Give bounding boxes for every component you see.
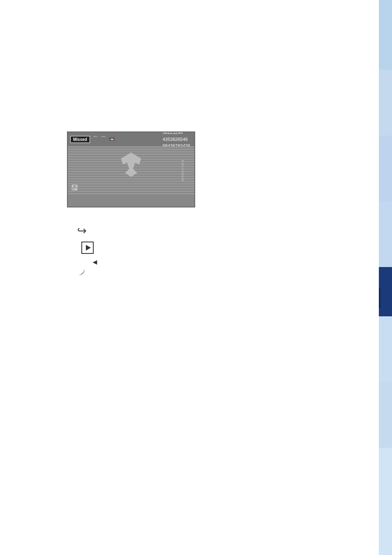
- svg-marker-0: [121, 152, 141, 177]
- screen-body: EJ315490HW 🖫: [68, 146, 194, 196]
- sidebar-tab-2[interactable]: [379, 70, 392, 136]
- call-icon-2: ⌒: [101, 136, 106, 143]
- sidebar-tab-6[interactable]: [379, 316, 392, 382]
- back-arrow-icon[interactable]: ◄: [91, 258, 99, 267]
- sidebar-tab-7[interactable]: [379, 382, 392, 448]
- screen-bottom-left-icon: 🖫: [71, 184, 78, 192]
- missed-badge: Missed: [70, 136, 90, 143]
- sidebar-tab-3[interactable]: [379, 136, 392, 201]
- sidebar-rest: [379, 448, 392, 555]
- handset-icon: [117, 150, 145, 179]
- sidebar-tab-1[interactable]: [379, 0, 392, 70]
- play-button[interactable]: [81, 242, 94, 254]
- voicemail-icon: 📼: [109, 136, 115, 142]
- screen-header: Missed ⌒ ⌒ 📼 38221296 4353826546 9843678…: [68, 132, 194, 146]
- phone-number-1: 38221296: [163, 131, 190, 136]
- call-icon-1: ⌒: [92, 136, 98, 143]
- sidebar-tab-4[interactable]: [379, 201, 392, 267]
- phone-number-2: 4353826546: [163, 136, 190, 143]
- hang-up-icon[interactable]: ⌒: [72, 263, 88, 278]
- watermark: EJ315490HW: [181, 160, 184, 182]
- active-indicator: [379, 288, 380, 308]
- call-back-icon[interactable]: ↩: [77, 224, 87, 237]
- sidebar: [379, 0, 392, 555]
- sidebar-tab-5-active[interactable]: [379, 267, 392, 316]
- phone-screen: Missed ⌒ ⌒ 📼 38221296 4353826546 9843678…: [67, 131, 195, 207]
